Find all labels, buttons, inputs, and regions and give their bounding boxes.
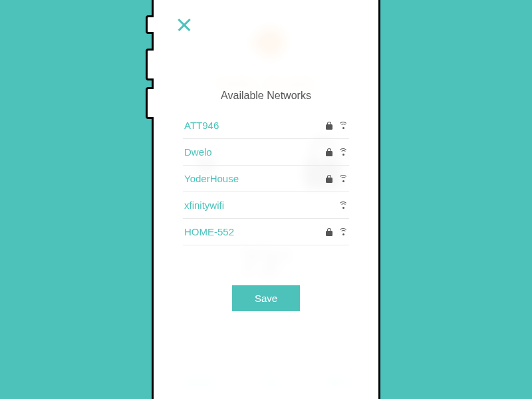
lock-icon	[326, 228, 332, 236]
wifi-icon	[338, 122, 348, 130]
network-name: HOME-552	[184, 226, 234, 237]
network-icons	[326, 175, 348, 183]
close-icon[interactable]	[176, 17, 192, 33]
screen: Hello, Dustin 73° Thermostat Manage Orde…	[162, 3, 370, 396]
network-list: ATT946DweloYoderHousexfinitywifiHOME-552	[183, 112, 349, 245]
network-row[interactable]: HOME-552	[183, 219, 349, 245]
lock-icon	[326, 122, 332, 130]
phone-volume-down	[146, 87, 154, 119]
network-name: Dwelo	[184, 146, 212, 158]
network-row[interactable]: Dwelo	[183, 139, 349, 166]
wifi-icon	[338, 201, 348, 209]
modal-title: Available Networks	[183, 90, 349, 102]
network-icons	[338, 201, 348, 209]
network-name: xfinitywifi	[184, 200, 224, 211]
network-name: ATT946	[184, 120, 219, 131]
phone-frame: Hello, Dustin 73° Thermostat Manage Orde…	[152, 0, 380, 399]
network-modal: Available Networks ATT946DweloYoderHouse…	[183, 90, 349, 311]
phone-volume-up	[146, 49, 154, 80]
wifi-icon	[338, 148, 348, 156]
network-row[interactable]: xfinitywifi	[183, 192, 349, 219]
network-icons	[326, 148, 348, 156]
phone-side-button	[146, 15, 154, 34]
network-icons	[326, 122, 348, 130]
modal-overlay: Available Networks ATT946DweloYoderHouse…	[162, 3, 370, 396]
network-row[interactable]: ATT946	[183, 112, 349, 139]
network-icons	[326, 228, 348, 236]
lock-icon	[326, 148, 332, 156]
network-name: YoderHouse	[184, 173, 239, 184]
network-row[interactable]: YoderHouse	[183, 166, 349, 192]
save-button[interactable]: Save	[232, 285, 300, 311]
wifi-icon	[338, 228, 348, 236]
wifi-icon	[338, 175, 348, 183]
lock-icon	[326, 175, 332, 183]
